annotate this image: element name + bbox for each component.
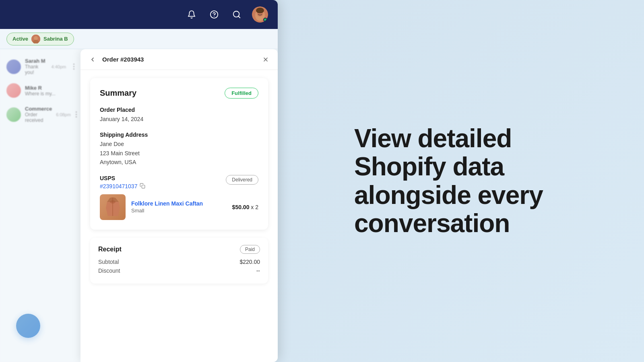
active-tab[interactable]: Active Sabrina B: [6, 33, 74, 45]
shipping-street: 123 Main Street: [100, 149, 258, 158]
carrier-info: USPS #23910471037: [100, 175, 226, 189]
discount-row: Discount --: [98, 267, 260, 274]
tracking-link[interactable]: #23910471037: [100, 183, 137, 189]
conv-more-3: [75, 111, 78, 119]
order-panel: Order #203943 Summary Fulfilled: [80, 49, 278, 362]
svg-point-16: [110, 200, 116, 204]
user-avatar[interactable]: [252, 6, 268, 23]
tab-user-avatar: [31, 35, 40, 43]
content-area: Sarah M Thank you! 4:40pm Mike R Where i…: [0, 49, 278, 362]
shipping-name: Jane Doe: [100, 140, 258, 148]
order-placed-section: Order Placed January 14, 2024: [100, 107, 258, 123]
main-area: Active Sabrina B Sarah M: [0, 29, 278, 362]
summary-title: Summary: [100, 88, 136, 98]
discount-label: Discount: [98, 267, 120, 274]
product-info: Folklore Linen Maxi Caftan Small: [131, 200, 227, 214]
help-icon[interactable]: [207, 7, 221, 22]
receipt-header: Receipt Paid: [98, 245, 260, 254]
search-icon[interactable]: [229, 7, 244, 22]
tab-bar: Active Sabrina B: [0, 29, 278, 49]
agent-bubble: [16, 314, 40, 338]
order-placed-label: Order Placed: [100, 107, 258, 113]
product-image: [100, 194, 126, 220]
online-indicator: [263, 18, 267, 22]
tracking-row: #23910471037: [100, 183, 226, 189]
hero-heading: View detailed Shopify data alongside eve…: [354, 124, 612, 238]
shipping-city: Anytown, USA: [100, 158, 258, 167]
price-quantity: 2: [255, 204, 258, 210]
product-variant: Small: [131, 208, 227, 214]
svg-rect-15: [142, 185, 145, 188]
shipping-label: Shipping Address: [100, 132, 258, 138]
product-row: Folklore Linen Maxi Caftan Small $50.00 …: [100, 194, 258, 220]
tab-user-name: Sabrina B: [43, 36, 68, 42]
delivered-badge: Delivered: [226, 175, 258, 185]
product-price: $50.00 x 2: [232, 204, 258, 210]
conv-item-2: Mike R Where is my...: [0, 79, 84, 102]
conv-item-3: Commerce Order received 6:08pm: [0, 102, 84, 127]
conv-item-1: Sarah M Thank you! 4:40pm: [0, 54, 84, 79]
back-button[interactable]: [87, 54, 98, 65]
subtotal-amount: $220.00: [239, 259, 260, 265]
price-amount: $50.00: [232, 204, 250, 210]
conv-more-1: [70, 63, 78, 71]
subtotal-row: Subtotal $220.00: [98, 259, 260, 265]
summary-header: Summary Fulfilled: [100, 88, 258, 99]
order-panel-header: Order #203943: [80, 49, 278, 70]
receipt-section: Receipt Paid Subtotal $220.00 Discount -…: [90, 238, 268, 284]
fulfilled-badge: Fulfilled: [225, 88, 258, 99]
app-window: Active Sabrina B Sarah M: [0, 0, 278, 362]
order-date: January 14, 2024: [100, 115, 258, 123]
carrier-row: USPS #23910471037: [100, 175, 258, 189]
price-separator: x: [251, 204, 255, 210]
carrier-name: USPS: [100, 175, 226, 181]
hero-text-block: View detailed Shopify data alongside eve…: [354, 124, 612, 238]
subtotal-label: Subtotal: [98, 259, 119, 265]
product-name[interactable]: Folklore Linen Maxi Caftan: [131, 200, 227, 207]
svg-line-3: [238, 16, 240, 18]
order-title: Order #203943: [102, 56, 256, 63]
discount-amount: --: [256, 267, 260, 274]
shipping-section: Shipping Address Jane Doe 123 Main Stree…: [100, 132, 258, 167]
receipt-title: Receipt: [98, 246, 122, 253]
bell-icon[interactable]: [184, 7, 199, 22]
top-nav: [0, 0, 278, 29]
copy-icon[interactable]: [140, 183, 146, 189]
svg-point-9: [256, 8, 264, 13]
summary-card: Summary Fulfilled Order Placed January 1…: [90, 78, 268, 230]
conversation-list: Sarah M Thank you! 4:40pm Mike R Where i…: [0, 49, 85, 362]
svg-point-11: [34, 36, 38, 40]
tab-status: Active: [12, 36, 28, 42]
close-button[interactable]: [260, 54, 271, 65]
paid-badge: Paid: [240, 245, 260, 254]
